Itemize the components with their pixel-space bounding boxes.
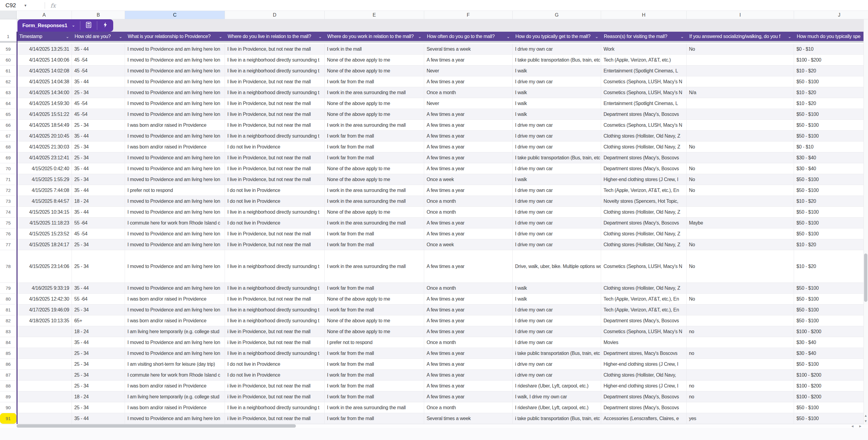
cell-I71[interactable]: No xyxy=(687,174,794,185)
cell-I77[interactable]: No xyxy=(687,239,794,250)
cell-B77[interactable]: 25 - 34 xyxy=(72,239,125,250)
cell-H90[interactable]: Department stores (Macy's, Boscovs xyxy=(601,402,687,413)
cell-C82[interactable]: I was born and/or raised in Providence xyxy=(125,315,225,326)
cell-E69[interactable]: I work far from the mall xyxy=(324,152,424,163)
cell-I73[interactable] xyxy=(687,196,794,207)
cell-C84[interactable]: I moved to Providence and am living here… xyxy=(125,337,225,348)
cell-B89[interactable]: 18 - 24 xyxy=(72,391,125,402)
cell-I65[interactable] xyxy=(687,109,794,120)
cell-C68[interactable]: I was born and/or raised in Providence xyxy=(125,142,225,152)
cell-I75[interactable]: Maybe xyxy=(687,218,794,228)
cell-G84[interactable]: I drive my own car xyxy=(513,337,601,348)
cell-E65[interactable]: None of the above apply to me xyxy=(324,109,424,120)
cell-D78[interactable]: I live in a neighborhood directly surrou… xyxy=(225,250,324,283)
cell-J84[interactable]: $30 - $40 xyxy=(794,337,868,348)
cell-H78[interactable]: Cosmetics (Sephora, LUSH, Macy's N xyxy=(601,250,687,283)
cell-D88[interactable]: i live in Providence, but not near the m… xyxy=(225,381,324,391)
cell-B87[interactable]: 25 - 34 xyxy=(72,370,125,381)
cell-H61[interactable]: Entertainment (Spotlight Cinemas, L xyxy=(601,65,687,76)
cell-D61[interactable]: I live in a neighborhood directly surrou… xyxy=(225,65,324,76)
filter-chevron-icon[interactable]: ⌄ xyxy=(681,34,687,39)
cell-D68[interactable]: I do not live in Providence xyxy=(225,142,324,152)
cell-G61[interactable]: I walk xyxy=(513,65,601,76)
cell-F70[interactable]: A few times a year xyxy=(424,163,513,174)
cell-A64[interactable]: 4/14/2025 14:59:30 xyxy=(17,98,72,109)
cell-I82[interactable] xyxy=(687,315,794,326)
cell-B62[interactable]: 35 - 44 xyxy=(72,76,125,87)
row-header-68[interactable]: 68 xyxy=(0,142,17,152)
cell-H89[interactable]: Department stores (Macy's, Boscovs xyxy=(601,391,687,402)
cell-J75[interactable]: $50 - $100 xyxy=(794,218,868,228)
table-header-E[interactable]: Where do you work in relation to the mal… xyxy=(324,32,424,41)
cell-H69[interactable]: Department stores (Macy's, Boscovs xyxy=(601,152,687,163)
cell-C77[interactable]: I moved to Providence and am living here… xyxy=(125,239,225,250)
cell-C65[interactable]: I moved to Providence and am living here… xyxy=(125,109,225,120)
cell-H83[interactable]: Cosmetics (Sephora, LUSH, Macy's N xyxy=(601,326,687,337)
cell-E83[interactable]: None of the above apply to me xyxy=(324,326,424,337)
cell-D74[interactable]: I live in a neighborhood directly surrou… xyxy=(225,207,324,218)
row-header-85[interactable]: 85 xyxy=(0,348,17,359)
cell-B64[interactable]: 45 -54 xyxy=(72,98,125,109)
cell-H62[interactable]: Cosmetics (Sephora, LUSH, Macy's N xyxy=(601,76,687,87)
cell-H67[interactable]: Clothing stores (Hollister, Old Navy, Z xyxy=(601,131,687,142)
cell-J79[interactable]: $50 - $100 xyxy=(794,283,868,294)
cell-E63[interactable]: I work in the area surrounding the mall xyxy=(324,87,424,98)
row-header-59[interactable]: 59 xyxy=(0,44,17,55)
cell-G71[interactable]: I walk xyxy=(513,174,601,185)
cell-I87[interactable] xyxy=(687,370,794,381)
cell-B79[interactable]: 35 - 44 xyxy=(72,283,125,294)
cell-H81[interactable]: Tech (Apple, Verizon, AT&T, etc.), En xyxy=(601,305,687,315)
cell-I86[interactable] xyxy=(687,359,794,370)
cell-F86[interactable]: A few times a year xyxy=(424,359,513,370)
horizontal-scrollbar-thumb[interactable] xyxy=(17,424,296,428)
cell-F89[interactable]: A few times a year xyxy=(424,391,513,402)
cell-J83[interactable]: $100 - $200 xyxy=(794,326,868,337)
cell-C88[interactable]: I was born and/or raised in Providence xyxy=(125,381,225,391)
cell-I91[interactable]: yes xyxy=(687,413,794,424)
cell-A63[interactable]: 4/14/2025 14:34:00 xyxy=(17,87,72,98)
cell-E91[interactable]: I work far from the mall xyxy=(324,413,424,424)
cell-H85[interactable]: Department stores, Macy's Boscovs xyxy=(601,348,687,359)
cell-B63[interactable]: 25 - 34 xyxy=(72,87,125,98)
row-header-60[interactable]: 60 xyxy=(0,55,17,65)
cell-J59[interactable]: $0 - $10 xyxy=(794,44,868,55)
cell-H70[interactable]: Department stores (Macy's, Boscovs xyxy=(601,163,687,174)
cell-I66[interactable] xyxy=(687,120,794,131)
cell-D72[interactable]: I do not live in Providence xyxy=(225,185,324,196)
cell-B82[interactable]: 65+ xyxy=(72,315,125,326)
cell-A90[interactable] xyxy=(17,402,72,413)
column-header-D[interactable]: D xyxy=(225,11,324,19)
table-header-F[interactable]: How often do you go to the mall?⌄ xyxy=(424,32,513,41)
cell-G60[interactable]: I take public transportation (Bus, train… xyxy=(513,55,601,65)
cell-G65[interactable]: I walk xyxy=(513,109,601,120)
cell-C64[interactable]: I moved to Providence and am living here… xyxy=(125,98,225,109)
cell-I69[interactable] xyxy=(687,152,794,163)
cell-B71[interactable]: 25 - 34 xyxy=(72,174,125,185)
cell-G87[interactable]: i drive my own car xyxy=(513,370,601,381)
cell-G69[interactable]: I take public transportation (Bus, train… xyxy=(513,152,601,163)
cell-E79[interactable]: I work far from the mall xyxy=(324,283,424,294)
cell-B84[interactable]: 35 - 44 xyxy=(72,337,125,348)
cell-J80[interactable]: $50 - $100 xyxy=(794,294,868,305)
cell-C83[interactable]: I am living here temporarily (e.g. colle… xyxy=(125,326,225,337)
cell-B73[interactable]: 18 - 24 xyxy=(72,196,125,207)
column-header-E[interactable]: E xyxy=(324,11,424,19)
cell-A72[interactable]: 4/15/2025 7:44:08 xyxy=(17,185,72,196)
cell-J73[interactable]: $10 - $20 xyxy=(794,196,868,207)
cell-I83[interactable]: no xyxy=(687,326,794,337)
cell-C86[interactable]: I am visiting short-term for leisure (da… xyxy=(125,359,225,370)
cell-B60[interactable]: 45 -54 xyxy=(72,55,125,65)
cell-H77[interactable]: Clothing stores (Hollister, Old Navy, Z xyxy=(601,239,687,250)
cell-F76[interactable]: A few times a year xyxy=(424,228,513,239)
scroll-right-icon[interactable]: ► xyxy=(859,425,862,428)
cell-E59[interactable]: I work in the mall xyxy=(324,44,424,55)
cell-J70[interactable]: $30 - $40 xyxy=(794,163,868,174)
cell-B66[interactable]: 25 - 34 xyxy=(72,120,125,131)
cell-D81[interactable]: I live in a neighborhood directly surrou… xyxy=(225,305,324,315)
scroll-down-icon[interactable]: ▼ xyxy=(864,419,867,423)
cell-B90[interactable]: 25 - 34 xyxy=(72,402,125,413)
cell-J86[interactable]: $50 - $100 xyxy=(794,359,868,370)
cell-E62[interactable]: I work far from the mall xyxy=(324,76,424,87)
cell-C73[interactable]: I moved to Providence and am living here… xyxy=(125,196,225,207)
cell-F87[interactable]: A few times a year xyxy=(424,370,513,381)
